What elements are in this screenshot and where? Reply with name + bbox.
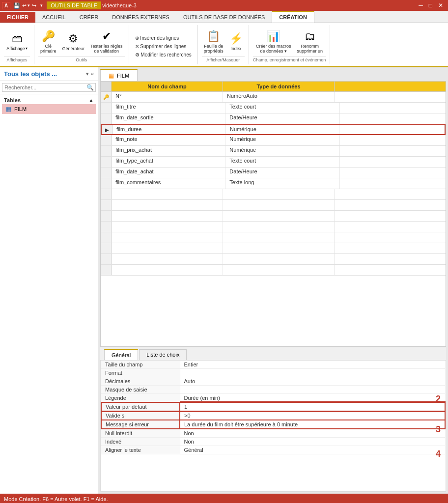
close-btn[interactable]: ✕ <box>435 2 446 9</box>
table-row-empty[interactable] <box>101 200 446 211</box>
table-row[interactable]: film_commentaires Texte long <box>101 178 446 189</box>
table-row-empty[interactable] <box>101 243 446 254</box>
sidebar-dropdown-icon[interactable]: ▾ <box>86 71 89 77</box>
modifier-recherches-btn[interactable]: ⚙ Modifier les recherches <box>133 51 194 58</box>
row-field-name[interactable]: film_date_sortie <box>112 113 225 124</box>
renommer-btn[interactable]: 🗂 Renommsupprimer un <box>295 28 325 56</box>
feuille-proprietes-btn[interactable]: 📋 Feuille depropriétés <box>202 28 225 56</box>
cle-primaire-btn[interactable]: 🔑 Cléprimaire <box>38 28 58 56</box>
ribbon-group-outils: 🔑 Cléprimaire ⚙ Générateur ✔ Tester les … <box>34 25 129 64</box>
table-row[interactable]: film_prix_achat Numérique <box>101 146 446 157</box>
creer-macros-btn[interactable]: 📊 Créer des macrosde données ▾ <box>254 28 293 56</box>
col-header-type: Type de données <box>223 82 335 91</box>
supprimer-lignes-btn[interactable]: ✕ Supprimer des lignes <box>133 43 194 50</box>
tables-section-header[interactable]: Tables ▲ <box>2 96 96 104</box>
undo-dropdown-icon[interactable]: ▾ <box>28 3 30 8</box>
sidebar-search-icon: 🔍 <box>86 84 94 91</box>
prop-tab-liste[interactable]: Liste de choix <box>139 349 187 360</box>
annotation-2: 2 <box>436 394 441 404</box>
table-row-empty[interactable] <box>101 211 446 222</box>
prop-row[interactable]: Indexé Non <box>101 438 445 446</box>
sidebar-item-film[interactable]: ▦ FILM <box>2 104 96 114</box>
table-row[interactable]: 🔑 N° NuméroAuto <box>101 92 446 103</box>
prop-tab-general[interactable]: Général <box>104 349 138 360</box>
quick-save-icon[interactable]: 💾 <box>13 2 20 9</box>
table-row-empty[interactable] <box>101 232 446 243</box>
col-header-desc <box>335 82 446 91</box>
row-field-type: Texte court <box>225 103 339 113</box>
prop-row[interactable]: Décimales Auto <box>101 377 445 386</box>
prop-row[interactable]: Null interdit Non <box>101 429 445 438</box>
table-row-selected[interactable]: ▶ film_duree Numérique 1 <box>101 124 446 135</box>
sidebar-title: Tous les objets ... <box>4 70 57 78</box>
status-text: Mode Création. F6 = Autre volet. F1 = Ai… <box>4 496 108 502</box>
col-header-name: Nom du champ <box>112 82 223 91</box>
tester-regles-btn[interactable]: ✔ Tester les règlesde validation <box>88 28 125 56</box>
ribbon-group-champ-enreg: 📊 Créer des macrosde données ▾ 🗂 Renomms… <box>249 25 331 64</box>
row-field-name[interactable]: film_date_achat <box>112 168 225 178</box>
row-field-type: NuméroAuto <box>223 92 335 102</box>
redo-icon[interactable]: ↪ <box>32 2 36 9</box>
outils-de-table-label: OUTILS DE TABLE <box>47 1 101 9</box>
film-table-tab[interactable]: ▦ FILM <box>100 69 138 81</box>
properties-table: Taille du champ Entier Format Décimales … <box>101 361 446 454</box>
table-row-empty[interactable] <box>101 265 446 276</box>
ribbon-group-affichages: 🗃 Affichage▾ Affichages <box>0 25 34 64</box>
affichages-label: Affichages <box>4 56 30 62</box>
row-field-name[interactable]: film_note <box>112 135 225 145</box>
prop-row-legende[interactable]: Légende Durée (en min) <box>101 394 445 403</box>
table-row[interactable]: film_type_achat Texte court <box>101 157 446 168</box>
film-tab-label: FILM <box>117 73 129 79</box>
prop-row[interactable]: Masque de saisie <box>101 386 445 394</box>
tab-creation[interactable]: CRÉATION <box>272 11 314 23</box>
status-bar: Mode Création. F6 = Autre volet. F1 = Ai… <box>0 494 448 503</box>
tab-donnees-externes[interactable]: DONNÉES EXTERNES <box>105 12 176 23</box>
undo-icon[interactable]: ↩ <box>22 2 27 9</box>
row-field-name[interactable]: film_commentaires <box>112 178 225 189</box>
table-row-empty[interactable] <box>101 189 446 200</box>
maximize-btn[interactable]: □ <box>426 2 435 9</box>
row-field-type: Numérique <box>225 135 339 145</box>
ribbon-group-afficher-masquer: 📋 Feuille depropriétés ⚡ Index Afficher/… <box>198 25 249 64</box>
sidebar-collapse-icon[interactable]: « <box>91 71 94 77</box>
tab-outils-bdd[interactable]: OUTILS DE BASE DE DONNÉES <box>176 12 272 23</box>
table-row[interactable]: film_date_achat Date/Heure <box>101 168 446 178</box>
index-btn[interactable]: ⚡ Index <box>227 30 245 53</box>
row-field-type: Date/Heure <box>225 113 339 124</box>
table-icon: ▦ <box>6 106 11 112</box>
annotation-3: 3 <box>436 424 441 435</box>
row-field-name[interactable]: N° <box>112 92 223 102</box>
afficher-masquer-label: Afficher/Masquer <box>202 56 245 62</box>
row-field-name[interactable]: film_titre <box>112 103 225 113</box>
table-row[interactable]: film_note Numérique <box>101 135 446 146</box>
film-tab-icon: ▦ <box>109 72 114 79</box>
table-row[interactable]: film_titre Texte court <box>101 103 446 113</box>
affichage-btn[interactable]: 🗃 Affichage▾ <box>4 30 29 53</box>
generateur-btn[interactable]: ⚙ Générateur <box>60 30 87 53</box>
inserer-lignes-btn[interactable]: ⊕ Insérer des lignes <box>133 34 194 42</box>
properties-panel: Général Liste de choix Taille du champ E… <box>100 347 446 492</box>
prop-row[interactable]: Aligner le texte Général <box>101 446 445 454</box>
row-field-name[interactable]: film_type_achat <box>112 157 225 167</box>
row-field-type: Numérique <box>226 125 339 134</box>
customize-icon[interactable]: ▾ <box>40 3 43 8</box>
table-row[interactable]: film_date_sortie Date/Heure <box>101 113 446 124</box>
minimize-btn[interactable]: ─ <box>416 2 426 9</box>
tables-arrow-icon: ▲ <box>88 97 94 103</box>
prop-row-message-erreur[interactable]: Message si erreur La durée du film doit … <box>101 420 445 429</box>
access-logo: A <box>2 2 10 9</box>
sidebar-search-input[interactable] <box>2 83 96 92</box>
tab-fichier[interactable]: FICHIER <box>0 12 35 23</box>
window-title: videotheque-3 <box>102 2 416 8</box>
table-row-empty[interactable] <box>101 222 446 232</box>
prop-row-valeur-defaut[interactable]: Valeur par défaut 1 <box>101 402 445 411</box>
row-field-name[interactable]: film_prix_achat <box>112 146 225 156</box>
row-field-type: Texte long <box>225 178 339 189</box>
table-row-empty[interactable] <box>101 254 446 265</box>
tab-creer[interactable]: CRÉER <box>73 12 106 23</box>
tab-accueil[interactable]: ACCUEIL <box>35 12 73 23</box>
row-field-name[interactable]: film_duree <box>112 125 226 134</box>
prop-row[interactable]: Format <box>101 369 445 377</box>
prop-row[interactable]: Taille du champ Entier <box>101 361 445 369</box>
prop-row-valide-si[interactable]: Valide si >0 <box>101 411 445 420</box>
